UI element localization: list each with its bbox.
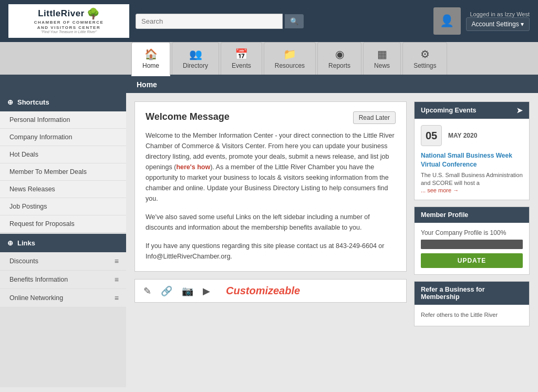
refer-title: Refer a Business for Membership: [421, 286, 523, 301]
main-content: Welcome Message Read Later Welcome to th…: [134, 101, 407, 379]
member-profile-body: Your Company Profile is 100% UPDATE: [415, 223, 529, 274]
profile-label: Your Company Profile is 100%: [421, 229, 523, 236]
read-later-button[interactable]: Read Later: [353, 111, 396, 124]
logo-area: LittleRiver 🌳 CHAMBER OF COMMERCE AND VI…: [8, 4, 129, 38]
benefits-menu-icon: ≡: [115, 275, 119, 284]
member-profile-header: Member Profile: [415, 207, 529, 223]
discounts-menu-icon: ≡: [115, 257, 119, 265]
refer-body: Refer others to the Little River: [415, 305, 529, 325]
sidebar-item-member-deals[interactable]: Member To Member Deals: [0, 163, 126, 181]
sidebar-item-online-networking[interactable]: Online Networking ≡: [0, 289, 126, 307]
sidebar-item-hot-deals[interactable]: Hot Deals: [0, 146, 126, 163]
shortcuts-section-header[interactable]: ⊕ Shortcuts: [0, 93, 126, 111]
account-settings-button[interactable]: Account Settings ▾: [466, 17, 530, 31]
nav-item-home[interactable]: 🏠 Home: [131, 42, 170, 76]
logo-subtitle2: AND VISITORS CENTER: [34, 25, 104, 30]
links-icon: ⊕: [7, 239, 13, 247]
update-button[interactable]: UPDATE: [421, 253, 523, 268]
welcome-box: Welcome Message Read Later Welcome to th…: [134, 101, 407, 272]
nav-label-news: News: [374, 62, 390, 69]
logo-text: LittleRiver 🌳 CHAMBER OF COMMERCE AND VI…: [34, 7, 104, 35]
upcoming-events-box: Upcoming Events ➤ 05 MAY 2020 National S…: [414, 101, 530, 200]
heres-how-link[interactable]: here's how: [176, 163, 210, 171]
event-month-year: MAY 2020: [448, 132, 477, 139]
resources-icon: 📁: [283, 48, 296, 60]
header: LittleRiver 🌳 CHAMBER OF COMMERCE AND VI…: [0, 0, 538, 42]
nav-label-events: Events: [232, 62, 251, 69]
nav-item-events[interactable]: 📅 Events: [221, 42, 262, 75]
nav-label-reports: Reports: [328, 62, 350, 69]
upcoming-events-title: Upcoming Events: [421, 107, 477, 114]
event-date-box: 05: [421, 125, 442, 146]
see-more-link[interactable]: ... see more →: [421, 187, 523, 193]
sidebar-item-benefits[interactable]: Benefits Information ≡: [0, 271, 126, 289]
sidebar-item-news-releases[interactable]: News Releases: [0, 181, 126, 198]
welcome-text-body4: If you have any questions regarding this…: [146, 241, 396, 262]
event-title[interactable]: National Small Business Week Virtual Con…: [421, 151, 523, 169]
event-desc: The U.S. Small Business Administration a…: [421, 171, 523, 188]
home-icon: 🏠: [144, 48, 158, 60]
logo-subtitle: CHAMBER OF COMMERCE: [34, 20, 104, 25]
upcoming-events-body: 05 MAY 2020 National Small Business Week…: [415, 119, 529, 200]
nav-label-resources: Resources: [275, 62, 305, 69]
welcome-header: Welcome Message Read Later: [146, 111, 396, 124]
main-layout: ⊕ Shortcuts Personal Information Company…: [0, 93, 538, 387]
customizable-label: Customizeable: [226, 285, 300, 297]
right-sidebar: Upcoming Events ➤ 05 MAY 2020 National S…: [414, 101, 530, 379]
nav-item-resources[interactable]: 📁 Resources: [264, 42, 316, 75]
search-button[interactable]: 🔍: [285, 14, 304, 28]
online-networking-label: Online Networking: [9, 294, 63, 302]
shortcuts-label: Shortcuts: [17, 98, 49, 106]
link-icon[interactable]: 🔗: [161, 285, 172, 297]
settings-icon: ⚙: [420, 48, 430, 60]
event-date-row: 05 MAY 2020: [421, 125, 523, 146]
page-header: Home: [0, 76, 538, 93]
nav-item-reports[interactable]: ◉ Reports: [317, 42, 361, 75]
sidebar-item-job-postings[interactable]: Job Postings: [0, 198, 126, 215]
reports-icon: ◉: [335, 48, 344, 60]
nav-label-settings: Settings: [413, 62, 436, 69]
links-label: Links: [17, 239, 35, 247]
shortcuts-icon: ⊕: [7, 98, 13, 106]
sidebar: ⊕ Shortcuts Personal Information Company…: [0, 93, 126, 387]
directory-icon: 👥: [189, 48, 202, 60]
profile-bar-fill: [421, 240, 523, 249]
discounts-label: Discounts: [9, 257, 38, 265]
logo-tree-icon: 🌳: [87, 7, 100, 20]
welcome-text-body3: We've also saved some useful Links on th…: [146, 212, 396, 233]
nav-bar: 🏠 Home 👥 Directory 📅 Events 📁 Resources …: [0, 42, 538, 76]
play-icon[interactable]: ▶: [203, 285, 210, 297]
logged-in-text: Logged in as Izzy West: [466, 11, 530, 17]
user-area: 👤 Logged in as Izzy West Account Setting…: [433, 7, 530, 35]
upcoming-events-header: Upcoming Events ➤: [415, 102, 529, 119]
benefits-label: Benefits Information: [9, 276, 68, 283]
content-area: Welcome Message Read Later Welcome to th…: [126, 93, 538, 387]
welcome-text-body1: Welcome to the Member Information Center…: [146, 130, 396, 204]
refer-header: Refer a Business for Membership: [415, 282, 529, 305]
nav-label-directory: Directory: [183, 62, 208, 69]
sidebar-item-discounts[interactable]: Discounts ≡: [0, 252, 126, 271]
refer-text: Refer others to the Little River: [421, 311, 523, 319]
avatar: 👤: [433, 7, 461, 35]
welcome-title: Welcome Message: [146, 111, 230, 122]
upcoming-events-arrow-icon[interactable]: ➤: [516, 106, 523, 115]
page-title: Home: [137, 80, 157, 89]
nav-item-settings[interactable]: ⚙ Settings: [402, 42, 447, 75]
member-profile-title: Member Profile: [421, 211, 468, 219]
search-input[interactable]: [136, 14, 283, 29]
bottom-bar: ✎ 🔗 📷 ▶ Customizeable: [134, 279, 407, 303]
sidebar-item-personal-info[interactable]: Personal Information: [0, 111, 126, 129]
member-profile-box: Member Profile Your Company Profile is 1…: [414, 207, 530, 275]
nav-item-directory[interactable]: 👥 Directory: [172, 42, 219, 75]
events-icon: 📅: [235, 48, 248, 60]
sidebar-item-rfp[interactable]: Request for Proposals: [0, 215, 126, 233]
edit-icon[interactable]: ✎: [143, 285, 151, 297]
sidebar-item-company-info[interactable]: Company Information: [0, 129, 126, 146]
news-icon: ▦: [377, 48, 387, 60]
profile-bar-bg: [421, 240, 523, 249]
nav-item-news[interactable]: ▦ News: [363, 42, 401, 75]
links-section-header[interactable]: ⊕ Links: [0, 234, 126, 252]
logo-tagline: "Find Your Treasure in Little River": [34, 30, 104, 34]
camera-icon[interactable]: 📷: [182, 285, 193, 297]
refer-box: Refer a Business for Membership Refer ot…: [414, 281, 530, 326]
